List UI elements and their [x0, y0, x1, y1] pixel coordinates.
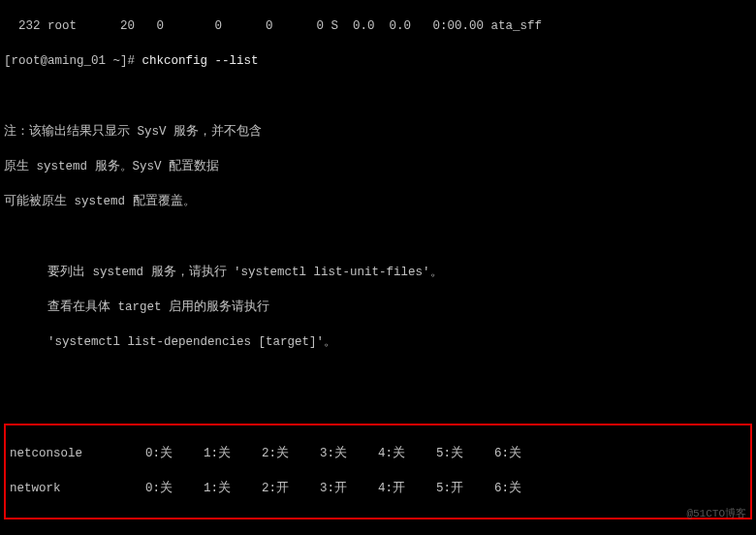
note-line: 注：该输出结果只显示 SysV 服务，并不包含 [4, 123, 752, 141]
command-text: chkconfig --list [142, 54, 259, 68]
runlevel: 1:关 [204, 480, 262, 497]
runlevel: 3:关 [320, 445, 378, 462]
service-name: network [10, 480, 145, 497]
watermark: @51CTO博客 [686, 507, 746, 522]
runlevel: 0:关 [145, 480, 204, 497]
service-name: netconsole [10, 445, 145, 462]
runlevel: 5:开 [436, 480, 494, 497]
top-process-line: 232 root 20 0 0 0 0 S 0.0 0.0 0:00.00 at… [4, 17, 752, 35]
hint-line: 要列出 systemd 服务，请执行 'systemctl list-unit-… [4, 264, 752, 281]
cmd-line-1: [root@aming_01 ~]# chkconfig --list [4, 52, 752, 70]
note-line: 可能被原生 systemd 配置覆盖。 [4, 193, 752, 210]
runlevel: 6:关 [494, 480, 552, 497]
service-row: network0:关1:关2:开3:开4:开5:开6:关 [10, 480, 746, 497]
blank-line [4, 369, 752, 387]
runlevel: 1:关 [204, 445, 262, 462]
runlevel: 4:关 [378, 445, 436, 462]
service-row: netconsole0:关1:关2:关3:关4:关5:关6:关 [10, 445, 746, 462]
note-line: 原生 systemd 服务。SysV 配置数据 [4, 158, 752, 175]
hint-line: 查看在具体 target 启用的服务请执行 [4, 299, 752, 316]
runlevel: 3:开 [320, 480, 378, 497]
runlevel: 5:关 [436, 445, 494, 462]
runlevel: 6:关 [494, 445, 552, 462]
terminal[interactable]: 232 root 20 0 0 0 0 S 0.0 0.0 0:00.00 at… [0, 0, 756, 535]
blank-line [4, 229, 752, 246]
blank-line [4, 88, 752, 106]
runlevel: 0:关 [145, 445, 204, 462]
runlevel: 4:开 [378, 480, 436, 497]
hint-line: 'systemctl list-dependencies [target]'。 [4, 333, 752, 351]
highlight-box-1: netconsole0:关1:关2:关3:关4:关5:关6:关 network0… [4, 424, 752, 519]
runlevel: 2:关 [262, 445, 320, 462]
prompt: [root@aming_01 ~]# [4, 54, 135, 68]
runlevel: 2:开 [262, 480, 320, 497]
